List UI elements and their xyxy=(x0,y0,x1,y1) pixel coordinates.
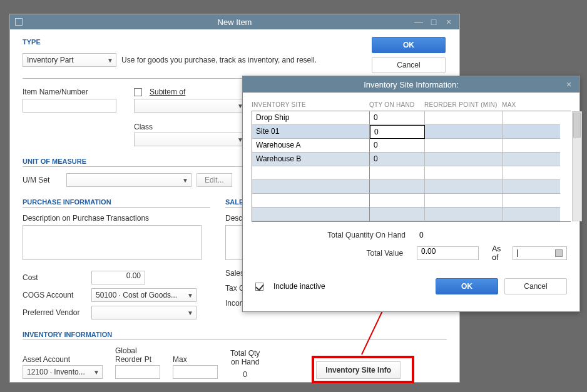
purchase-section-label: PURCHASE INFORMATION xyxy=(23,198,210,208)
class-label: Class xyxy=(134,123,247,131)
col-site: INVENTORY SITE xyxy=(252,101,369,111)
asset-value: 12100 · Invento... xyxy=(27,368,85,376)
uom-select[interactable]: ▼ xyxy=(66,173,191,187)
col-qty: QTY ON HAND xyxy=(369,101,424,111)
total-value-label: Total Value xyxy=(255,249,417,258)
inventory-site-modal: Inventory Site Information: × INVENTORY … xyxy=(242,76,580,312)
subitem-checkbox[interactable] xyxy=(134,88,142,96)
purchase-desc-input[interactable] xyxy=(23,225,202,260)
cogs-value: 50100 · Cost of Goods... xyxy=(96,291,177,299)
modal-titlebar[interactable]: Inventory Site Information: × xyxy=(243,76,579,93)
modal-ok-button[interactable]: OK xyxy=(436,278,498,294)
total-qty-value: 0 xyxy=(230,370,260,379)
table-row[interactable] xyxy=(252,180,571,194)
qty-cell[interactable]: 0 xyxy=(370,153,425,166)
rp-cell[interactable] xyxy=(425,111,503,125)
include-inactive-label: Include inactive xyxy=(273,282,325,291)
chevron-down-icon: ▼ xyxy=(93,369,100,376)
modal-close-button[interactable]: × xyxy=(563,77,574,92)
titlebar[interactable]: New Item — □ × xyxy=(10,14,459,29)
pref-vendor-label: Preferred Vendor xyxy=(23,308,91,317)
total-qty-label: Total Quantity On Hand xyxy=(255,231,419,239)
type-select-value: Inventory Part xyxy=(27,56,74,64)
qty-cell[interactable]: 0 xyxy=(370,111,425,125)
asset-select[interactable]: 12100 · Invento... ▼ xyxy=(23,365,103,379)
subitem-select[interactable]: ▼ xyxy=(134,99,247,113)
qty-cell[interactable]: 0 xyxy=(370,125,425,139)
table-row[interactable]: Drop Ship 0 xyxy=(252,111,571,125)
col-max: MAX xyxy=(502,101,559,111)
table-row[interactable]: Warehouse B 0 xyxy=(252,153,571,166)
max-cell[interactable] xyxy=(503,139,560,153)
ok-button[interactable]: OK xyxy=(372,37,446,53)
uom-label: U/M Set xyxy=(23,176,61,184)
table-row[interactable] xyxy=(252,208,571,221)
cost-label: Cost xyxy=(23,273,91,282)
class-select[interactable]: ▼ xyxy=(134,133,247,146)
cogs-label: COGS Account xyxy=(23,291,91,299)
max-label: Max xyxy=(173,355,218,364)
rp-cell[interactable] xyxy=(425,125,503,139)
item-name-label: Item Name/Number xyxy=(23,88,116,96)
max-input[interactable] xyxy=(173,365,218,379)
site-cell: Warehouse A xyxy=(252,139,370,153)
max-cell[interactable] xyxy=(503,111,560,125)
purchase-desc-label: Description on Purchase Transactions xyxy=(23,214,210,223)
cancel-button[interactable]: Cancel xyxy=(372,57,446,73)
col-reorder: REORDER POINT (MIN) xyxy=(424,101,502,111)
calendar-icon[interactable] xyxy=(555,249,563,257)
include-inactive-checkbox[interactable] xyxy=(255,283,263,291)
window-title: New Item xyxy=(218,18,252,27)
uom-edit-button[interactable]: Edit... xyxy=(197,173,232,187)
rp-cell[interactable] xyxy=(425,153,503,166)
total-qty-label-2: on Hand xyxy=(230,358,260,366)
subitem-label: Subitem of xyxy=(150,88,185,96)
cost-input[interactable]: 0.00 xyxy=(91,271,145,284)
total-qty-label-1: Total Qty xyxy=(230,349,260,358)
modal-title: Inventory Site Information: xyxy=(364,80,459,89)
asset-label: Asset Account xyxy=(23,355,103,364)
total-qty-value: 0 xyxy=(419,231,424,239)
inventory-site-info-button[interactable]: Inventory Site Info xyxy=(316,361,401,379)
table-row[interactable] xyxy=(252,194,571,208)
chevron-down-icon: ▼ xyxy=(187,292,193,299)
qty-cell[interactable]: 0 xyxy=(370,139,425,153)
asof-label: As of xyxy=(492,244,509,262)
minimize-button[interactable]: — xyxy=(413,14,424,29)
max-cell[interactable] xyxy=(503,125,560,139)
table-row[interactable]: Warehouse A 0 xyxy=(252,139,571,153)
modal-cancel-button[interactable]: Cancel xyxy=(504,278,567,294)
type-hint: Use for goods you purchase, track as inv… xyxy=(121,56,317,64)
site-cell: Drop Ship xyxy=(252,111,370,125)
chevron-down-icon: ▼ xyxy=(182,177,188,184)
inventory-site-table[interactable]: Drop Ship 0 Site 01 0 Warehouse A 0 xyxy=(252,111,571,222)
reorder-pt-input[interactable] xyxy=(115,365,160,379)
chevron-down-icon: ▼ xyxy=(187,309,193,316)
scrollbar-thumb[interactable] xyxy=(573,113,581,138)
rp-cell[interactable] xyxy=(425,139,503,153)
window-icon xyxy=(15,18,23,26)
global-reorder-label-2: Reorder Pt xyxy=(115,355,160,364)
total-value-input[interactable]: 0.00 xyxy=(417,246,479,260)
type-select[interactable]: Inventory Part ▼ xyxy=(23,53,116,67)
chevron-down-icon: ▼ xyxy=(107,57,113,64)
table-row[interactable]: Site 01 0 xyxy=(252,125,571,139)
cogs-select[interactable]: 50100 · Cost of Goods... ▼ xyxy=(91,288,197,302)
scrollbar[interactable] xyxy=(572,111,582,221)
inventory-section-label: INVENTORY INFORMATION xyxy=(23,331,447,340)
site-cell: Warehouse B xyxy=(252,153,370,166)
asof-input[interactable] xyxy=(513,246,567,260)
site-cell: Site 01 xyxy=(252,125,370,139)
max-cell[interactable] xyxy=(503,153,560,166)
maximize-button[interactable]: □ xyxy=(428,14,439,29)
global-reorder-label-1: Global xyxy=(115,346,160,355)
pref-vendor-select[interactable]: ▼ xyxy=(91,306,197,319)
item-name-input[interactable] xyxy=(23,99,116,113)
table-row[interactable] xyxy=(252,166,571,180)
close-button[interactable]: × xyxy=(443,14,454,29)
